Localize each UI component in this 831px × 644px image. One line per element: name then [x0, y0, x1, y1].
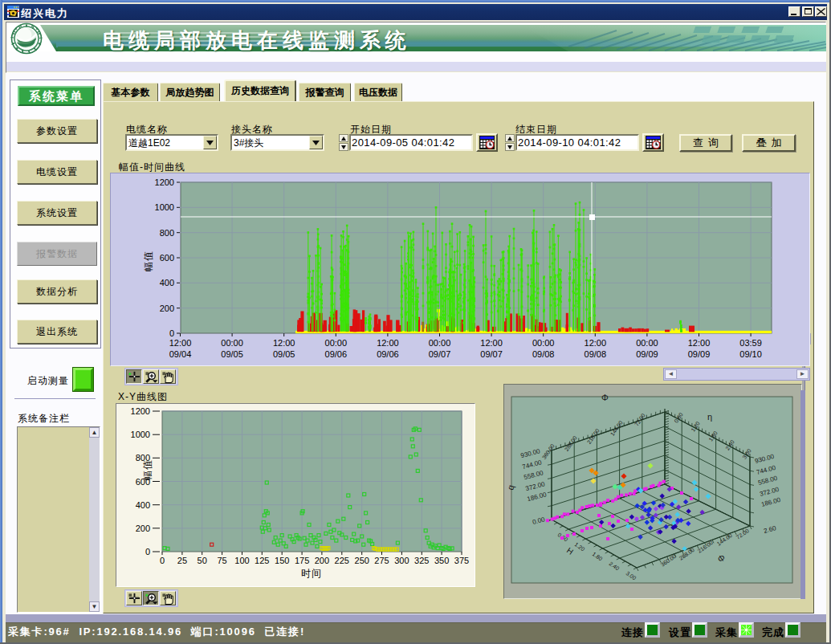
svg-text:09/10: 09/10 — [739, 349, 762, 359]
svg-text:12:00: 12:00 — [585, 338, 607, 348]
svg-text:75: 75 — [217, 556, 226, 565]
svg-text:12:00: 12:00 — [273, 338, 295, 348]
svg-text:幅值: 幅值 — [143, 251, 154, 271]
svg-text:25: 25 — [177, 556, 187, 565]
svg-text:12:00: 12:00 — [377, 338, 399, 348]
svg-text:00:00: 00:00 — [221, 338, 243, 348]
svg-text:12:00: 12:00 — [480, 338, 503, 348]
svg-text:Φ: Φ — [601, 393, 609, 402]
svg-text:09/04: 09/04 — [169, 349, 192, 359]
svg-text:09/09: 09/09 — [688, 349, 711, 359]
svg-text:225: 225 — [335, 556, 349, 565]
svg-text:09/06: 09/06 — [325, 349, 348, 359]
svg-text:09/06: 09/06 — [377, 349, 399, 359]
svg-text:12:00: 12:00 — [688, 338, 711, 348]
svg-text:175: 175 — [295, 556, 309, 565]
svg-text:125: 125 — [255, 556, 269, 565]
svg-text:03:59: 03:59 — [739, 338, 762, 348]
svg-text:325: 325 — [414, 556, 429, 565]
svg-text:时间: 时间 — [301, 568, 322, 579]
svg-text:375: 375 — [454, 556, 469, 565]
svg-text:200: 200 — [160, 304, 174, 313]
svg-text:09/07: 09/07 — [480, 349, 503, 359]
svg-text:09/07: 09/07 — [429, 349, 451, 359]
svg-text:1200: 1200 — [155, 177, 174, 187]
svg-text:0: 0 — [169, 328, 174, 338]
svg-text:100: 100 — [234, 556, 249, 565]
svg-text:1200: 1200 — [131, 406, 150, 416]
svg-text:200: 200 — [315, 556, 329, 565]
svg-text:250: 250 — [355, 556, 369, 565]
svg-text:50: 50 — [198, 556, 207, 565]
svg-text:00:00: 00:00 — [636, 338, 658, 348]
svg-text:00:00: 00:00 — [532, 338, 555, 348]
svg-text:幅值: 幅值 — [142, 459, 153, 480]
svg-text:00:00: 00:00 — [429, 338, 451, 348]
svg-text:200: 200 — [136, 524, 150, 533]
svg-text:150: 150 — [275, 556, 289, 565]
svg-text:09/05: 09/05 — [221, 349, 243, 359]
svg-text:1000: 1000 — [131, 430, 150, 439]
svg-text:0: 0 — [160, 556, 165, 565]
svg-text:12:00: 12:00 — [169, 338, 192, 348]
svg-text:09/08: 09/08 — [585, 349, 607, 359]
svg-text:600: 600 — [160, 253, 174, 263]
svg-text:275: 275 — [374, 556, 389, 565]
svg-text:09/08: 09/08 — [532, 349, 555, 359]
svg-text:1000: 1000 — [155, 202, 174, 212]
svg-text:350: 350 — [434, 556, 449, 565]
svg-text:400: 400 — [160, 278, 174, 287]
svg-text:300: 300 — [394, 556, 409, 565]
svg-text:0: 0 — [145, 547, 150, 556]
svg-text:800: 800 — [160, 228, 174, 238]
svg-text:09/05: 09/05 — [273, 349, 295, 359]
svg-text:09/09: 09/09 — [636, 349, 658, 359]
svg-text:400: 400 — [136, 500, 150, 510]
svg-text:00:00: 00:00 — [325, 338, 348, 348]
svg-text:η: η — [707, 412, 712, 422]
